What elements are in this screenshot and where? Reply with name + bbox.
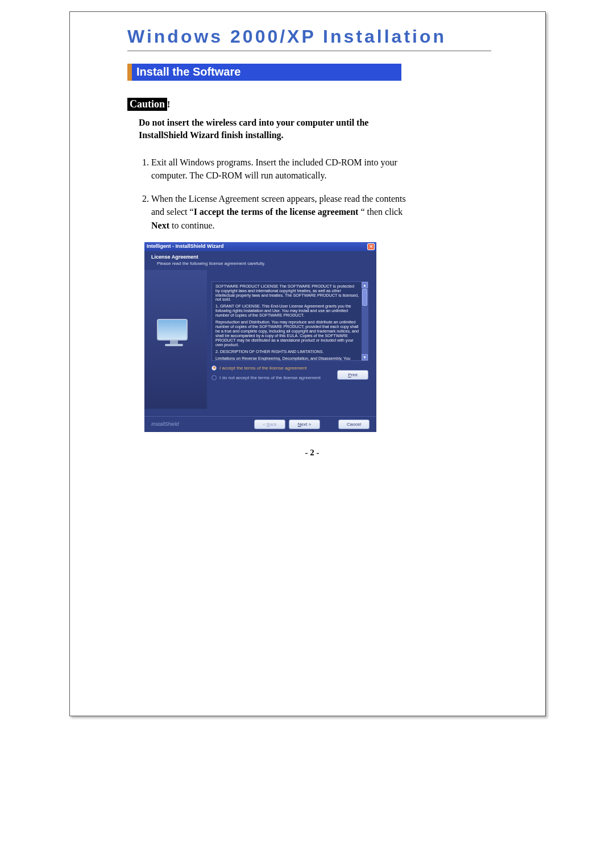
print-button[interactable]: Print — [337, 370, 368, 380]
caution-row: Caution! — [127, 98, 497, 111]
print-label-rest: rint — [351, 372, 358, 377]
license-paragraph: 2. DESCRIPTION OF OTHER RIGHTS AND LIMIT… — [215, 350, 359, 354]
radio-accept-label: I accept the terms of the license agreem… — [219, 366, 306, 371]
document-page: Windows 2000/XP Installation Install the… — [0, 0, 614, 868]
cancel-button[interactable]: Cancel — [338, 420, 370, 429]
step-text: When the License Agreement screen appear… — [151, 194, 406, 230]
step-bold: I accept the terms of the license agreem… — [194, 207, 359, 217]
title-rule — [127, 51, 491, 51]
caution-label: Caution — [127, 98, 167, 111]
step-item: Exit all Windows programs. Insert the in… — [151, 156, 412, 182]
step-text: Exit all Windows programs. Insert the in… — [151, 157, 397, 180]
step-item: When the License Agreement screen appear… — [151, 192, 412, 232]
footer-area: InstallShield < Back Next > Cancel — [144, 416, 376, 432]
section-accent — [127, 64, 132, 81]
radio-accept[interactable] — [211, 366, 217, 371]
steps-list: Exit all Windows programs. Insert the in… — [139, 156, 412, 232]
section-heading-bar: Install the Software — [127, 64, 401, 81]
close-button[interactable]: ✕ — [367, 243, 375, 250]
installshield-brand: InstallShield — [151, 421, 179, 427]
caution-text: Do not insert the wireless card into you… — [139, 117, 412, 142]
monitor-icon — [157, 319, 191, 350]
titlebar[interactable]: Intelligent - InstallShield Wizard ✕ — [144, 242, 376, 251]
content-area: Windows 2000/XP Installation Install the… — [127, 26, 497, 458]
license-paragraph: Reproduction and Distribution. You may r… — [215, 320, 359, 347]
license-textbox[interactable]: SOFTWARE PRODUCT LICENSE The SOFTWARE PR… — [211, 281, 368, 361]
radio-decline[interactable] — [211, 375, 217, 380]
page-number: - 2 - — [127, 448, 497, 458]
header-subtitle: Please read the following license agreem… — [157, 261, 370, 266]
step-bold: Next — [151, 221, 169, 230]
scroll-down-button[interactable]: ▼ — [362, 354, 368, 360]
radio-decline-label: I do not accept the terms of the license… — [219, 375, 321, 380]
main-panel: SOFTWARE PRODUCT LICENSE The SOFTWARE PR… — [207, 270, 376, 409]
license-paragraph: 1. GRANT OF LICENSE. This End-User Licen… — [215, 304, 359, 318]
side-panel — [144, 270, 207, 409]
body-area: SOFTWARE PRODUCT LICENSE The SOFTWARE PR… — [144, 270, 376, 409]
header-title: License Agreement — [151, 254, 370, 260]
scroll-thumb[interactable] — [362, 289, 367, 306]
installer-window: Intelligent - InstallShield Wizard ✕ Lic… — [144, 242, 376, 432]
section-heading: Install the Software — [132, 64, 401, 81]
footer-buttons: < Back Next > Cancel — [254, 420, 370, 429]
scroll-up-button[interactable]: ▲ — [362, 282, 368, 288]
chevron-up-icon: ▲ — [363, 283, 367, 287]
license-paragraph: SOFTWARE PRODUCT LICENSE The SOFTWARE PR… — [215, 284, 359, 302]
button-gap — [323, 420, 335, 429]
header-area: License Agreement Please read the follow… — [144, 251, 376, 270]
next-button[interactable]: Next > — [289, 420, 320, 429]
close-icon: ✕ — [369, 244, 374, 250]
caution-bang: ! — [167, 99, 170, 109]
license-paragraph: Limitations on Reverse Engineering, Deco… — [215, 356, 359, 361]
scrollbar[interactable]: ▲ ▼ — [362, 282, 368, 360]
back-button[interactable]: < Back — [254, 420, 285, 429]
chevron-down-icon: ▼ — [363, 355, 367, 359]
window-title: Intelligent - InstallShield Wizard — [147, 243, 223, 249]
page-title: Windows 2000/XP Installation — [127, 26, 497, 47]
